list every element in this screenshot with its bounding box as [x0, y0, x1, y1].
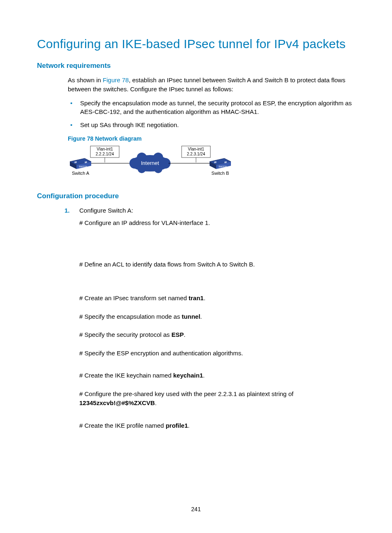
internet-cloud-icon: Internet — [129, 153, 171, 173]
switchB-int-label: Vlan-int1 — [188, 147, 204, 151]
svg-text:SWITCH: SWITCH — [79, 165, 87, 168]
text-bold: 12345zxcvb!@#$%ZXCVB — [79, 399, 155, 406]
text-bold: keychain1 — [173, 372, 203, 379]
list-item: Set up SAs through IKE negotiation. — [68, 121, 355, 130]
text: . — [203, 372, 205, 379]
switchB-ip-label: 2.2.3.1/24 — [187, 152, 205, 156]
text: # Specify the encapsulation mode as — [79, 313, 182, 320]
step-text: # Configure the pre-shared key used with… — [79, 389, 355, 408]
figure-caption: Figure 78 Network diagram — [37, 135, 355, 142]
step-text: # Specify the security protocol as ESP. — [79, 330, 355, 340]
step-text: # Create an IPsec transform set named tr… — [79, 294, 355, 303]
procedure-step-1: Configure Switch A: # Configure an IP ad… — [60, 206, 355, 431]
page-number: 241 — [0, 506, 392, 512]
text: . — [155, 399, 157, 406]
switchA-ip-label: 2.2.2.1/24 — [96, 152, 114, 156]
svg-text:⇄: ⇄ — [85, 161, 87, 164]
text: # Create the IKE profile named — [79, 422, 166, 429]
text-bold: tunnel — [182, 313, 200, 320]
step-text: # Create the IKE profile named profile1. — [79, 421, 355, 431]
text: # Create an IPsec transform set named — [79, 294, 189, 301]
figure-link[interactable]: Figure 78 — [103, 76, 129, 83]
svg-text:SWITCH: SWITCH — [219, 165, 227, 168]
switchA-int-label: Vlan-int1 — [97, 147, 113, 151]
text: . — [184, 331, 185, 338]
intro-pre: As shown in — [68, 76, 103, 83]
text: # Specify the security protocol as — [79, 331, 171, 338]
svg-point-15 — [154, 165, 162, 173]
list-item: Specify the encapsulation mode as tunnel… — [68, 99, 355, 117]
step-text: # Configure an IP address for VLAN-inter… — [79, 218, 355, 228]
step-text: # Specify the encapsulation mode as tunn… — [79, 312, 355, 322]
svg-text:⇄: ⇄ — [224, 161, 227, 164]
internet-label: Internet — [141, 160, 159, 166]
svg-text:⇄: ⇄ — [74, 161, 77, 164]
step-text: # Define an ACL to identify data flows f… — [79, 260, 355, 269]
section-configuration-procedure: Configuration procedure — [37, 192, 355, 200]
text: . — [200, 313, 202, 320]
switch-a-icon: ⇄ ⇄ SWITCH — [70, 158, 91, 169]
document-page: Configuring an IKE-based IPsec tunnel fo… — [0, 0, 392, 533]
text-bold: ESP — [171, 331, 184, 338]
intro-paragraph: As shown in Figure 78, establish an IPse… — [37, 76, 355, 94]
step-text: # Create the IKE keychain named keychain… — [79, 371, 355, 380]
step-title: Configure Switch A: — [79, 206, 355, 216]
svg-text:⇄: ⇄ — [214, 161, 217, 164]
requirements-list: Specify the encapsulation mode as tunnel… — [37, 99, 355, 130]
text: # Create the IKE keychain named — [79, 372, 173, 379]
text-bold: profile1 — [166, 422, 188, 429]
text: . — [204, 294, 205, 301]
svg-point-14 — [138, 165, 146, 173]
switchA-label: Switch A — [72, 171, 90, 176]
text: . — [188, 422, 189, 429]
switch-b-icon: ⇄ ⇄ SWITCH — [210, 158, 231, 169]
text: # Configure the pre-shared key used with… — [79, 390, 293, 397]
switchB-label: Switch B — [212, 171, 229, 176]
page-title: Configuring an IKE-based IPsec tunnel fo… — [37, 37, 355, 51]
section-network-requirements: Network requirements — [37, 62, 355, 70]
text-bold: tran1 — [189, 294, 204, 301]
network-diagram: Vlan-int1 2.2.2.1/24 ⇄ ⇄ SWITCH Switch A — [37, 145, 355, 180]
procedure-list: Configure Switch A: # Configure an IP ad… — [37, 206, 355, 431]
step-text: # Specify the ESP encryption and authent… — [79, 349, 355, 358]
